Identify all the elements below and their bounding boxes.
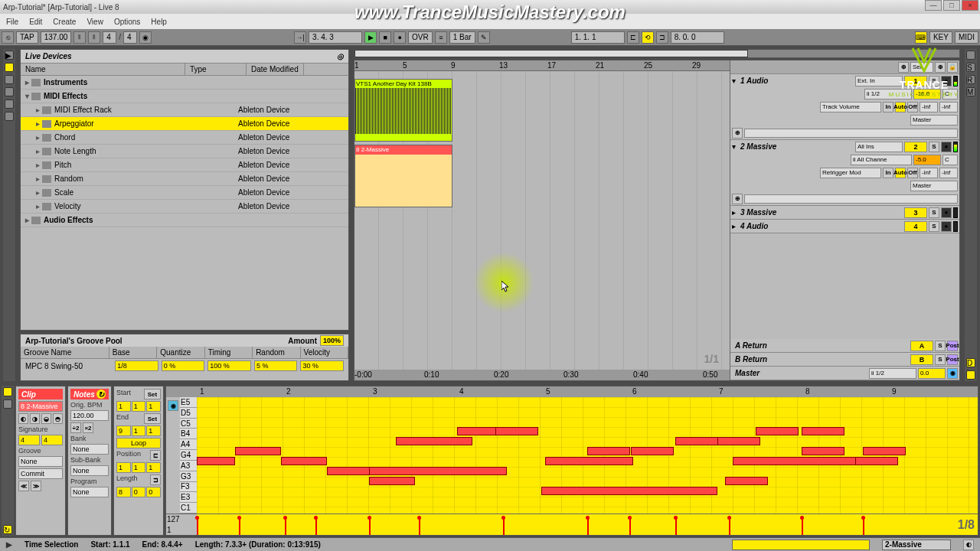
page-indicator: 1/8: [958, 518, 975, 532]
track-3[interactable]: ▸3 Massive3S●: [730, 206, 959, 220]
close-button[interactable]: ×: [962, 0, 978, 11]
next-icon[interactable]: ≫: [31, 481, 41, 491]
groove-row[interactable]: MPC 8 Swing-50 1/8 0 % 100 % 5 % 30 %: [21, 359, 348, 373]
piano-keys[interactable]: E5D5C5B4A4G4A3G3F3E3C1: [180, 397, 197, 514]
loop-icon[interactable]: ⟲: [642, 31, 654, 44]
browser-tab-5[interactable]: [5, 99, 14, 109]
menu-create[interactable]: Create: [53, 18, 76, 26]
link-icon[interactable]: ⎋: [2, 31, 14, 44]
loop-marker-icon[interactable]: ◉: [168, 400, 178, 411]
velocity-lane[interactable]: 1271: [166, 514, 978, 535]
browser-item[interactable]: ▸ChordAbleton Device: [21, 131, 348, 145]
maximize-button[interactable]: □: [943, 0, 960, 11]
note-grid[interactable]: [197, 397, 978, 514]
detail-toggle-icon[interactable]: ◐: [963, 540, 974, 550]
loop-start[interactable]: 1. 1. 1: [571, 31, 625, 44]
crossfade-icon[interactable]: [966, 370, 975, 380]
follow-icon[interactable]: →|: [294, 31, 306, 44]
browser-tab-devices[interactable]: [5, 63, 14, 72]
return-b[interactable]: B ReturnBSPost: [730, 353, 959, 367]
menu-options[interactable]: Options: [114, 18, 140, 26]
position[interactable]: 3. 4. 3: [309, 31, 362, 44]
browser-item[interactable]: ▸MIDI Effect RackAbleton Device: [21, 103, 348, 117]
browser-tab-3[interactable]: [5, 75, 14, 84]
clip-tab-2[interactable]: [3, 399, 12, 409]
browser-item[interactable]: ▸Note LengthAbleton Device: [21, 145, 348, 158]
automation-icon[interactable]: ≡: [435, 31, 447, 44]
draw-icon[interactable]: ✎: [478, 31, 490, 44]
browser-item[interactable]: ▾MIDI Effects: [21, 90, 348, 103]
browser-tab-6[interactable]: [5, 112, 14, 121]
fold-icon[interactable]: ▾: [732, 77, 736, 85]
menu-view[interactable]: View: [87, 18, 103, 26]
stop-button[interactable]: ■: [379, 31, 391, 44]
device-slot[interactable]: [732, 540, 870, 550]
tempo-value[interactable]: 137.00: [41, 31, 72, 44]
play-button[interactable]: ▶: [364, 31, 377, 44]
clip-tab-1[interactable]: [3, 387, 12, 396]
track-2[interactable]: ▾2 MassiveAll Ins2S● ii All Channe-5.0C …: [730, 140, 959, 206]
notes-header: Notes↻: [70, 389, 109, 399]
time-ruler[interactable]: -0:000:100:200:300:400:50: [354, 370, 730, 380]
hot-swap-icon[interactable]: ↻: [3, 525, 12, 534]
tap-tempo[interactable]: TAP: [16, 31, 38, 44]
overview[interactable]: [354, 49, 960, 58]
clip-box: Clip 8 2-Massive ◐◑◒◓ Signature 44 Groov…: [15, 386, 66, 536]
mouse-cursor: [501, 281, 511, 293]
gcol-quant: Quantize: [157, 347, 204, 358]
browser-item[interactable]: ▸Instruments: [21, 76, 348, 90]
nudge-down[interactable]: ⦀: [74, 31, 86, 44]
record-button[interactable]: ●: [394, 31, 406, 44]
browser-item[interactable]: ▸Audio Effects: [21, 214, 348, 227]
arrangement-tracks[interactable]: 1591317212529 VTS1 Another Day Kit 138B …: [354, 60, 730, 380]
nudge-up[interactable]: ⦀: [88, 31, 100, 44]
audio-clip[interactable]: VTS1 Another Day Kit 138B: [354, 79, 452, 142]
delay-icon[interactable]: D: [966, 358, 975, 367]
time-sig-num[interactable]: 4: [103, 31, 116, 44]
browser-tab-1[interactable]: ▶: [5, 51, 14, 60]
midi-clip[interactable]: 8 2-Massive: [354, 145, 452, 207]
prev-icon[interactable]: ≪: [18, 481, 29, 491]
loop-box: StartSet 111 EndSet 911 Loop Position⊏ 1…: [113, 386, 164, 536]
loop-length[interactable]: 8. 0. 0: [671, 31, 724, 44]
solo-button[interactable]: S: [929, 142, 939, 152]
play-icon[interactable]: ▶: [6, 540, 12, 549]
transpose-icon[interactable]: ↻: [96, 390, 106, 399]
arm-button[interactable]: ●: [941, 142, 952, 152]
fold-icon[interactable]: ▾: [732, 142, 736, 151]
punch-out-icon[interactable]: ⊐: [656, 31, 668, 44]
return-a[interactable]: A ReturnASPost: [730, 339, 959, 353]
browser-item[interactable]: ▸ArpeggiatorAbleton Device: [21, 117, 348, 131]
browser-panel: Live Devices ◎ Name Type Date Modified ▸…: [20, 49, 349, 331]
col-name[interactable]: Name: [21, 64, 185, 75]
browser-item[interactable]: ▸VelocityAbleton Device: [21, 200, 348, 214]
col-type[interactable]: Type: [185, 64, 247, 75]
punch-in-icon[interactable]: ⊏: [627, 31, 639, 44]
browser-refresh-icon[interactable]: ◎: [337, 52, 344, 60]
overdub[interactable]: OVR: [408, 31, 433, 44]
metronome-icon[interactable]: ◉: [139, 31, 152, 44]
expand-icon[interactable]: ⊕: [732, 194, 743, 204]
clip-header: Clip: [18, 389, 63, 399]
minimize-button[interactable]: —: [925, 0, 942, 11]
menu-edit[interactable]: Edit: [29, 18, 42, 26]
master-track[interactable]: Masterii 1/20.0◉: [730, 367, 959, 380]
device-name[interactable]: 2-Massive: [882, 540, 951, 550]
gcol-base: Base: [109, 347, 157, 358]
browser-item[interactable]: ▸PitchAbleton Device: [21, 158, 348, 172]
piano-ruler[interactable]: 123456789: [166, 386, 978, 397]
time-sig-den[interactable]: 4: [123, 31, 137, 44]
browser-tab-4[interactable]: [5, 87, 14, 96]
browser-item[interactable]: ▸ScaleAbleton Device: [21, 186, 348, 200]
col-date[interactable]: Date Modified: [247, 64, 304, 75]
gcol-random: Random: [253, 347, 300, 358]
expand-icon[interactable]: ⊕: [732, 128, 743, 139]
quantize-menu[interactable]: 1 Bar: [449, 31, 475, 44]
amount-value[interactable]: 100%: [320, 335, 344, 346]
bar-ruler[interactable]: 1591317212529: [354, 60, 730, 71]
menu-help[interactable]: Help: [151, 18, 167, 26]
track-4[interactable]: ▸4 Audio4S●: [730, 220, 959, 233]
browser-item[interactable]: ▸RandomAbleton Device: [21, 172, 348, 186]
clip-name[interactable]: 8 2-Massive: [18, 401, 63, 412]
menu-file[interactable]: File: [6, 18, 18, 26]
